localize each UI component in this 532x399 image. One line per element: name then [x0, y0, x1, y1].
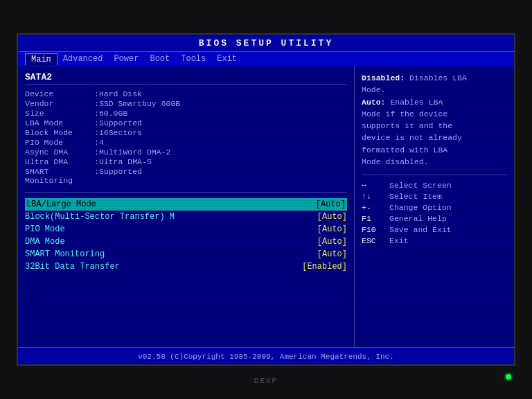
info-row-pio: PIO Mode :4	[25, 138, 347, 147]
value-size: :60.0GB	[94, 109, 127, 118]
setting-dma-mode[interactable]: DMA Mode [Auto]	[25, 236, 347, 248]
title-bar: BIOS SETUP UTILITY	[18, 35, 514, 52]
label-block: Block Mode	[25, 128, 94, 137]
bios-screen: BIOS SETUP UTILITY Main Advanced Power B…	[17, 33, 515, 366]
tab-main[interactable]: Main	[25, 53, 57, 65]
key-plusminus: +-	[362, 203, 389, 212]
right-panel: Disabled: Disables LBA Mode. Auto: Enabl…	[355, 66, 514, 356]
bios-title: BIOS SETUP UTILITY	[199, 38, 333, 48]
tab-exit[interactable]: Exit	[211, 53, 242, 65]
value-device: :Hard Disk	[94, 89, 142, 98]
label-device: Device	[25, 89, 94, 98]
label-size: Size	[25, 109, 94, 118]
settings-list: LBA/Large Mode [Auto] Block(Multi-Sector…	[25, 198, 347, 273]
value-pio: :4	[94, 138, 104, 147]
tab-row: Main Advanced Power Boot Tools Exit	[18, 52, 514, 66]
value-block: :16Sectors	[94, 128, 142, 137]
setting-lba-large[interactable]: LBA/Large Mode [Auto]	[25, 198, 347, 211]
info-row-vendor: Vendor :SSD Smartbuy 60GB	[25, 99, 347, 108]
label-lba: LBA Mode	[25, 118, 94, 127]
info-row-block: Block Mode :16Sectors	[25, 128, 347, 137]
keybindings: ↔ Select Screen ↑↓ Select Item +- Change…	[362, 181, 507, 245]
setting-pio-mode[interactable]: PIO Mode [Auto]	[25, 223, 347, 236]
key-row-f10: F10 Save and Exit	[362, 225, 507, 234]
setting-block-transfer[interactable]: Block(Multi-Sector Transfer) M [Auto]	[25, 211, 347, 223]
value-async: :MultiWord DMA-2	[94, 148, 170, 157]
label-pio: PIO Mode	[25, 138, 94, 147]
action-general-help: General Help	[389, 214, 447, 223]
setting-value-smart-monitoring: [Auto]	[317, 249, 347, 259]
tab-boot[interactable]: Boot	[144, 53, 175, 65]
monitor-bottom: DEXP	[254, 374, 278, 385]
key-row-esc: ESC Exit	[362, 236, 507, 245]
help-disabled-label: Disabled:	[362, 73, 405, 82]
main-content: SATA2 Device :Hard Disk Vendor :SSD Smar…	[18, 66, 514, 356]
action-exit: Exit	[389, 236, 409, 245]
setting-value-pio-mode: [Auto]	[317, 224, 347, 234]
setting-name-lba-large: LBA/Large Mode	[26, 200, 96, 209]
tab-advanced[interactable]: Advanced	[57, 53, 109, 65]
setting-smart-monitoring[interactable]: SMART Monitoring [Auto]	[25, 248, 347, 260]
label-ultra: Ultra DMA	[25, 157, 94, 166]
monitor-led	[506, 374, 511, 380]
setting-name-pio-mode: PIO Mode	[25, 224, 65, 234]
info-row-lba: LBA Mode :Supported	[25, 118, 347, 127]
action-change-option: Change Option	[389, 203, 452, 212]
device-info: Device :Hard Disk Vendor :SSD Smartbuy 6…	[25, 89, 347, 185]
action-select-screen: Select Screen	[389, 181, 452, 190]
setting-name-smart-monitoring: SMART Monitoring	[25, 249, 105, 259]
info-row-smart: SMART Monitoring :Supported	[25, 167, 347, 185]
key-f1: F1	[362, 214, 389, 223]
setting-value-block-transfer: [Auto]	[317, 212, 347, 222]
value-ultra: :Ultra DMA-5	[94, 157, 152, 166]
setting-value-32bit-transfer: [Enabled]	[302, 262, 347, 272]
key-row-option: +- Change Option	[362, 203, 507, 212]
info-row-device: Device :Hard Disk	[25, 89, 347, 98]
label-smart: SMART Monitoring	[25, 167, 94, 185]
setting-value-dma-mode: [Auto]	[317, 237, 347, 247]
info-row-size: Size :60.0GB	[25, 109, 347, 118]
left-panel: SATA2 Device :Hard Disk Vendor :SSD Smar…	[18, 66, 355, 356]
tab-tools[interactable]: Tools	[175, 53, 211, 65]
key-row-f1: F1 General Help	[362, 214, 507, 223]
setting-name-block-transfer: Block(Multi-Sector Transfer) M	[25, 212, 175, 222]
setting-name-dma-mode: DMA Mode	[25, 237, 65, 247]
footer-bar: v02.58 (C)Copyright 1985-2009, American …	[18, 347, 514, 364]
value-lba: :Supported	[94, 118, 142, 127]
info-row-ultra: Ultra DMA :Ultra DMA-5	[25, 157, 347, 166]
key-arrows-lr: ↔	[362, 181, 389, 190]
action-save-exit: Save and Exit	[389, 225, 452, 234]
monitor-brand: DEXP	[254, 377, 278, 385]
footer-text: v02.58 (C)Copyright 1985-2009, American …	[138, 353, 394, 361]
setting-name-32bit-transfer: 32Bit Data Transfer	[25, 262, 120, 272]
help-text: Disabled: Disables LBA Mode. Auto: Enabl…	[362, 72, 507, 168]
key-arrows-ud: ↑↓	[362, 192, 389, 201]
action-select-item: Select Item	[389, 192, 442, 201]
value-smart: :Supported	[94, 167, 142, 185]
value-vendor: :SSD Smartbuy 60GB	[94, 99, 180, 108]
key-f10: F10	[362, 225, 389, 234]
key-row-item: ↑↓ Select Item	[362, 192, 507, 201]
section-title: SATA2	[25, 72, 347, 85]
setting-32bit-transfer[interactable]: 32Bit Data Transfer [Enabled]	[25, 260, 347, 273]
label-vendor: Vendor	[25, 99, 94, 108]
info-row-async: Async DMA :MultiWord DMA-2	[25, 148, 347, 157]
label-async: Async DMA	[25, 148, 94, 157]
setting-value-lba-large: [Auto]	[316, 200, 346, 209]
tab-power[interactable]: Power	[108, 53, 144, 65]
monitor-frame: BIOS SETUP UTILITY Main Advanced Power B…	[0, 0, 532, 399]
help-auto-label: Auto:	[362, 98, 386, 107]
key-row-screen: ↔ Select Screen	[362, 181, 507, 190]
key-esc: ESC	[362, 236, 389, 245]
